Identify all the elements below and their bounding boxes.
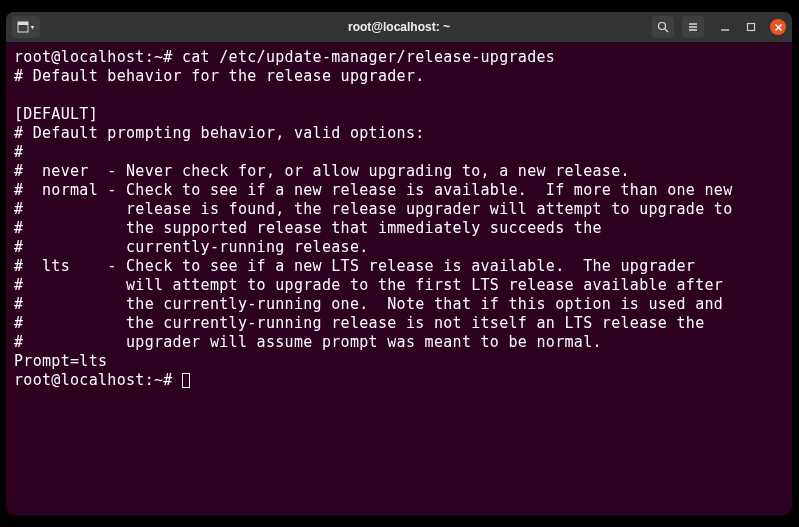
svg-point-2 [659,23,666,30]
maximize-button[interactable] [744,20,758,34]
hamburger-icon [687,21,699,33]
output-line: # the currently-running one. Note that i… [14,295,723,313]
menu-button[interactable] [682,16,704,38]
search-button[interactable] [652,16,674,38]
output-line: # normal - Check to see if a new release… [14,181,732,199]
cursor [182,373,190,388]
close-icon [774,23,783,32]
svg-line-3 [665,29,668,32]
terminal-window: ▾ root@localhost: ~ r [6,12,792,515]
output-line: # [14,143,23,161]
search-icon [657,21,669,33]
output-line: # lts - Check to see if a new LTS releas… [14,257,695,275]
output-line: [DEFAULT] [14,105,98,123]
output-line: # the supported release that immediately… [14,219,602,237]
output-line: # release is found, the release upgrader… [14,200,732,218]
command-text: cat /etc/update-manager/release-upgrades [173,48,556,66]
svg-rect-8 [748,24,755,31]
shell-prompt: root@localhost:~# [14,371,173,389]
titlebar-right [652,16,786,38]
output-line: Prompt=lts [14,352,107,370]
output-line: # never - Never check for, or allow upgr… [14,162,630,180]
window-controls [718,19,786,35]
chevron-down-icon: ▾ [30,22,35,32]
titlebar: ▾ root@localhost: ~ [6,12,792,42]
output-line: # Default behavior for the release upgra… [14,67,425,85]
terminal-icon [17,21,29,33]
svg-rect-1 [18,22,28,25]
shell-prompt: root@localhost:~# [14,48,173,66]
output-line: # the currently-running release is not i… [14,314,704,332]
command-text [173,371,182,389]
new-tab-button[interactable]: ▾ [12,16,40,38]
maximize-icon [746,22,756,32]
close-button[interactable] [770,19,786,35]
terminal-body[interactable]: root@localhost:~# cat /etc/update-manage… [6,42,792,515]
titlebar-left: ▾ [12,16,40,38]
minimize-icon [720,22,730,32]
output-line: # currently-running release. [14,238,369,256]
minimize-button[interactable] [718,20,732,34]
output-line: # will attempt to upgrade to the first L… [14,276,723,294]
output-line: # upgrader will assume prompt was meant … [14,333,602,351]
output-line: # Default prompting behavior, valid opti… [14,124,425,142]
